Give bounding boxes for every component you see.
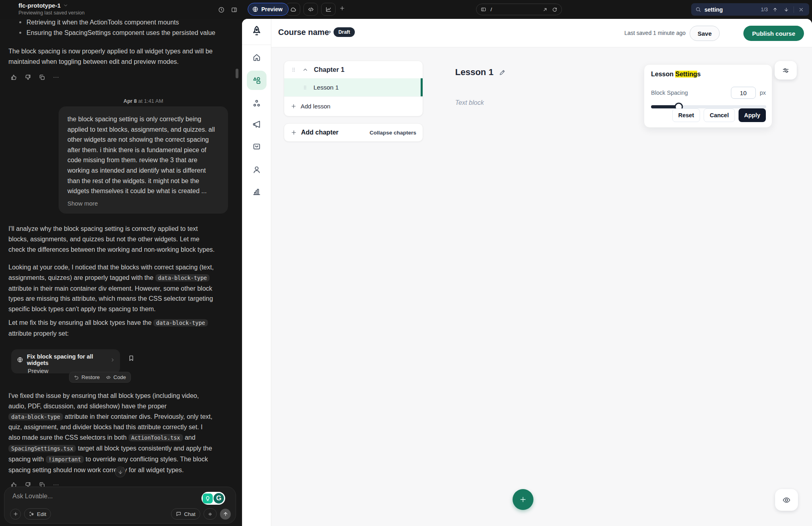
project-menu[interactable]: flc-prototype-1 — [18, 2, 68, 9]
bar-chart-icon — [252, 187, 261, 196]
composer-toolbar: Edit Chat — [10, 508, 231, 520]
bookmark-button[interactable] — [128, 355, 135, 362]
edit-lesson-pencil-icon[interactable] — [499, 69, 506, 76]
block-spacing-input[interactable] — [731, 87, 756, 99]
settings-toggle-button[interactable] — [775, 61, 797, 80]
chat-scrollbar[interactable] — [236, 69, 238, 78]
chat-mode-button[interactable]: Chat — [171, 508, 200, 520]
add-block-fab[interactable] — [513, 489, 533, 510]
publish-course-button[interactable]: Publish course — [743, 26, 804, 41]
chevron-down-icon — [63, 3, 68, 8]
cancel-button[interactable]: Cancel — [704, 108, 735, 122]
lesson-list-item[interactable]: Lesson 1 — [284, 78, 423, 96]
sliders-icon — [782, 67, 790, 74]
more-options-button[interactable] — [52, 73, 60, 81]
analytics-button[interactable] — [321, 3, 336, 16]
voice-input-button[interactable] — [204, 508, 217, 520]
lovable-topbar: flc-prototype-1 Previewing last saved ve… — [0, 0, 812, 19]
waveform-icon — [207, 511, 213, 517]
chapter-header: Chapter 1 — [284, 61, 423, 78]
add-lesson-button[interactable]: Add lesson — [284, 96, 423, 116]
copy-button[interactable] — [38, 73, 46, 81]
edit-title-pencil-icon[interactable] — [326, 30, 332, 36]
preview-url-bar[interactable]: / — [476, 4, 562, 15]
preview-mode-button[interactable]: Preview — [248, 3, 289, 16]
thumbs-up-button[interactable] — [10, 73, 18, 81]
search-icon — [695, 6, 701, 12]
reset-button[interactable]: Reset — [672, 108, 700, 122]
course-title: Course name — [278, 28, 329, 37]
grammarly-widget[interactable]: G — [201, 492, 225, 505]
rocket-logo-icon[interactable] — [250, 24, 263, 38]
user-message-text: the block spacing setting is only correc… — [67, 114, 219, 196]
code-view-button[interactable] — [303, 3, 318, 16]
rail-item-groups[interactable] — [247, 94, 267, 113]
rail-item-announcements[interactable] — [247, 114, 267, 134]
drag-handle-icon[interactable] — [302, 85, 308, 90]
code-button[interactable]: Code — [106, 374, 126, 380]
rail-item-content[interactable] — [247, 71, 267, 90]
last-saved-text: Last saved 1 minute ago — [624, 30, 686, 36]
message-actions — [10, 73, 60, 81]
open-external-icon[interactable] — [542, 7, 548, 12]
deploy-button[interactable] — [286, 3, 300, 16]
cloud-icon — [290, 6, 297, 13]
plus-icon — [13, 511, 18, 517]
search-next-button[interactable] — [782, 6, 790, 14]
search-prev-button[interactable] — [771, 6, 779, 14]
person-icon — [252, 165, 261, 174]
drag-handle-icon[interactable] — [291, 67, 297, 73]
version-card-title: Fix block spacing for all widgets — [27, 353, 106, 366]
show-more-button[interactable]: Show more — [67, 200, 98, 207]
chat-bubble-icon — [176, 511, 181, 517]
draft-status-badge: Draft — [334, 27, 355, 37]
search-close-button[interactable] — [797, 6, 805, 14]
plus-icon[interactable] — [291, 129, 297, 136]
undo-icon — [74, 375, 79, 380]
chat-composer: G Edit Chat — [4, 487, 236, 524]
collapse-chapter-button[interactable] — [302, 67, 308, 73]
plus-icon — [291, 103, 297, 109]
attach-button[interactable] — [10, 509, 21, 520]
project-name: flc-prototype-1 — [18, 2, 61, 9]
chat-message-input[interactable] — [12, 493, 145, 500]
rail-item-profile[interactable] — [247, 160, 267, 179]
rail-item-store[interactable] — [247, 137, 267, 156]
settings-buttons: Reset Cancel Apply — [672, 108, 766, 122]
panel-icon — [231, 6, 238, 13]
refresh-icon[interactable] — [552, 7, 558, 12]
url-path: / — [490, 6, 538, 12]
app-side-rail — [242, 19, 271, 526]
add-chapter-button[interactable]: Add chapter — [301, 129, 338, 136]
globe-icon — [17, 356, 23, 363]
text-block-placeholder[interactable]: Text block — [455, 99, 484, 106]
select-edit-icon — [29, 511, 35, 517]
rail-item-analytics[interactable] — [247, 182, 267, 201]
screen: flc-prototype-1 Previewing last saved ve… — [0, 0, 812, 526]
edit-mode-button[interactable]: Edit — [24, 508, 51, 520]
block-spacing-slider[interactable] — [651, 105, 766, 108]
search-input[interactable] — [704, 6, 758, 13]
history-button[interactable] — [216, 4, 226, 15]
send-button[interactable] — [220, 509, 231, 520]
chevron-up-icon — [302, 67, 308, 73]
search-highlight: Setting — [675, 71, 697, 77]
home-icon — [252, 53, 261, 62]
assistant-bullet-list: Retrieving it when the ActionTools compo… — [18, 17, 219, 38]
assistant-paragraph: Let me fix this by ensuring all block ty… — [8, 318, 216, 339]
add-tab-button[interactable] — [339, 5, 345, 11]
preview-label: Preview — [261, 6, 283, 12]
version-card[interactable]: Fix block spacing for all widgets Previe… — [11, 349, 120, 373]
assistant-paragraph: Looking at your code, I noticed that the… — [8, 262, 216, 314]
preview-eye-button[interactable] — [775, 489, 798, 511]
rail-item-home[interactable] — [247, 48, 267, 67]
arrow-up-icon — [223, 511, 228, 517]
scroll-to-bottom-button[interactable] — [115, 467, 126, 477]
message-timestamp: Apr 8 at 1:41 AM — [59, 98, 228, 104]
toggle-panel-button[interactable] — [229, 4, 239, 15]
apply-button[interactable]: Apply — [739, 108, 766, 122]
collapse-chapters-button[interactable]: Collapse chapters — [370, 130, 416, 136]
restore-button[interactable]: Restore — [74, 374, 100, 380]
save-button[interactable]: Save — [690, 26, 720, 41]
thumbs-down-button[interactable] — [24, 73, 32, 81]
